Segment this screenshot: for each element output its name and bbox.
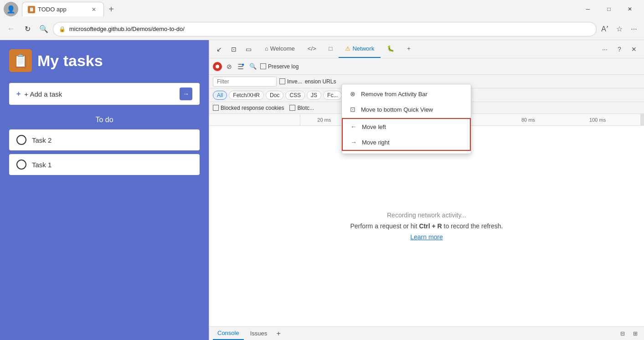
extension-urls-label: ension URLs [305, 78, 336, 85]
lock-icon: 🔒 [59, 26, 66, 32]
tab-add-icon: + [407, 45, 411, 52]
tab-sources[interactable]: □ [323, 41, 339, 58]
tab-elements[interactable]: </> [301, 41, 323, 58]
devtools-panel: ↙ ⊡ ▭ ⌂ Welcome </> □ ⚠ [209, 40, 644, 340]
network-content-area: Recording network activity... Perform a … [209, 126, 644, 326]
task-item-1[interactable]: Task 1 [9, 154, 200, 175]
blocked-cookies-checkbox[interactable] [213, 105, 219, 111]
bottom-icon-2[interactable]: ⊞ [630, 329, 640, 339]
inspect-icon[interactable]: ↙ [213, 43, 226, 56]
address-bar[interactable]: 🔒 microsoftedge.github.io/Demos/demo-to-… [53, 22, 597, 36]
devtools-close-btn[interactable]: ✕ [628, 43, 640, 56]
ctx-item-move-bottom[interactable]: ⊡ Move to bottom Quick View [342, 102, 471, 117]
sidebar-icon[interactable]: ▭ [242, 43, 255, 56]
chip-font[interactable]: Fc... [323, 91, 342, 100]
blocked-other-label: Blotc... [297, 105, 314, 111]
tab-welcome-label: Welcome [270, 45, 295, 52]
app-title: My tasks [37, 52, 103, 70]
chip-all[interactable]: All [213, 91, 227, 100]
chip-fetch-xhr[interactable]: Fetch/XHR [229, 91, 264, 100]
devtools-more-btn[interactable]: ··· [598, 43, 611, 56]
bottom-icon-1[interactable]: ⊟ [618, 329, 628, 339]
profile-icon[interactable]: 👤 [4, 2, 18, 16]
bottom-tab-issues[interactable]: Issues [246, 327, 272, 340]
preserve-log-checkbox[interactable] [260, 63, 266, 69]
search-web-btn[interactable]: 🔍 [36, 22, 51, 36]
clear-btn[interactable]: ⊘ [225, 62, 234, 71]
bottom-tab-console[interactable]: Console [213, 327, 244, 340]
address-right-icons: Aʼ ☆ ··· [598, 23, 640, 36]
welcome-home-icon: ⌂ [265, 45, 268, 52]
blocked-cookies-item: Blocked response cookies [213, 105, 284, 111]
task-label-2: Task 1 [32, 161, 52, 169]
add-task-btn[interactable]: + + Add a task → [9, 83, 200, 105]
v-scrollbar[interactable] [640, 114, 644, 125]
address-bar-row: ← ↻ 🔍 🔒 microsoftedge.github.io/Demos/de… [0, 18, 644, 40]
search-btn[interactable]: 🔍 [248, 62, 258, 71]
devtools-help-btn[interactable]: ? [613, 43, 626, 56]
back-btn[interactable]: ← [4, 22, 18, 36]
svg-point-0 [242, 63, 244, 66]
bottom-right-icons: ⊟ ⊞ [618, 329, 640, 339]
invert-checkbox[interactable] [279, 78, 285, 84]
section-title: To do [9, 116, 200, 124]
remove-activity-icon: ⊗ [349, 90, 356, 98]
tl-marker-20: 20 ms [317, 117, 331, 123]
more-icon[interactable]: ··· [628, 23, 640, 36]
close-btn[interactable]: ✕ [619, 2, 640, 16]
devtools-icon-toolbar: ↙ ⊡ ▭ ⌂ Welcome </> □ ⚠ [209, 40, 644, 58]
tab-network[interactable]: ⚠ Network [339, 41, 381, 58]
new-tab-btn[interactable]: + [104, 2, 118, 16]
filter-input[interactable] [213, 77, 277, 87]
bottom-bar: Console Issues + ⊟ ⊞ [209, 326, 644, 340]
record-btn[interactable] [213, 62, 222, 71]
chip-css[interactable]: CSS [285, 91, 305, 100]
tab-welcome[interactable]: ⌂ Welcome [258, 41, 301, 58]
browser-tab[interactable]: 📋 TODO app ✕ [22, 2, 104, 16]
app-header: 📋 My tasks [9, 49, 200, 72]
favorites-icon[interactable]: ☆ [613, 23, 626, 36]
minimize-btn[interactable]: ─ [577, 2, 598, 16]
read-aloud-icon[interactable]: Aʼ [598, 23, 611, 36]
url-text: microsoftedge.github.io/Demos/demo-to-do… [69, 26, 591, 32]
app-icon: 📋 [9, 49, 32, 72]
tab-close-btn[interactable]: ✕ [90, 5, 98, 14]
ctx-move-bottom-label: Move to bottom Quick View [361, 106, 433, 113]
performance-icon: 🐛 [387, 45, 394, 52]
ctx-highlighted-section: ← Move left → Move right [342, 118, 471, 151]
network-warning-icon: ⚠ [345, 45, 350, 52]
learn-more-link[interactable]: Learn more [410, 233, 443, 241]
ctrl-r-text: Ctrl + R [419, 222, 442, 230]
ctx-item-move-right[interactable]: → Move right [343, 134, 470, 150]
filter-with-dot-icon [237, 63, 245, 70]
ctx-move-left-label: Move left [362, 124, 386, 130]
device-icon[interactable]: ⊡ [227, 43, 240, 56]
devtools-tabs: ⌂ Welcome </> □ ⚠ Network 🐛 [258, 40, 417, 58]
add-task-label: + Add a task [24, 90, 176, 98]
tl-left-col [209, 114, 300, 125]
ctx-item-move-left[interactable]: ← Move left [343, 119, 470, 134]
blocked-cookies-label: Blocked response cookies [221, 105, 284, 111]
tab-favicon: 📋 [28, 6, 35, 13]
task-item-2[interactable]: Task 2 [9, 129, 200, 150]
invert-label: Inve... [287, 78, 302, 85]
app-sidebar: 📋 My tasks + + Add a task → To do Task 2… [0, 40, 209, 340]
ctx-item-remove[interactable]: ⊗ Remove from Activity Bar [342, 86, 471, 102]
recording-text: Recording network activity... [387, 211, 466, 219]
chip-js[interactable]: JS [307, 91, 321, 100]
tab-performance[interactable]: 🐛 [381, 41, 401, 58]
move-right-icon: → [350, 139, 357, 146]
task-circle-icon [16, 135, 26, 145]
maximize-btn[interactable]: □ [598, 2, 619, 16]
blocked-other-checkbox[interactable] [289, 105, 295, 111]
window-controls: ─ □ ✕ [577, 2, 640, 16]
tab-add[interactable]: + [401, 41, 417, 58]
ctx-remove-label: Remove from Activity Bar [361, 91, 428, 98]
chip-doc[interactable]: Doc [266, 91, 283, 100]
add-task-arrow-icon: → [180, 88, 192, 100]
filter-settings-btn[interactable] [237, 62, 246, 71]
move-left-icon: ← [350, 123, 357, 130]
refresh-btn[interactable]: ↻ [20, 22, 35, 36]
bottom-add-btn[interactable]: + [273, 329, 283, 339]
ctx-move-right-label: Move right [362, 139, 390, 146]
